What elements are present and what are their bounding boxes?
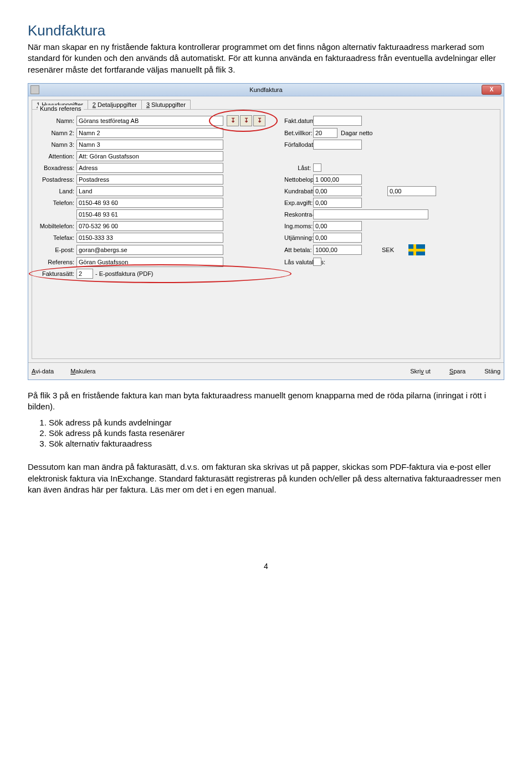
avidata-text: vi-data [35, 368, 54, 375]
nettobelopp-field[interactable]: 1 000,00 [313, 175, 362, 184]
referens-label: Referens: [37, 259, 76, 265]
blank-area [37, 279, 495, 351]
doc-intro-para: När man skapar en ny fristående faktura … [28, 42, 504, 75]
boxadress-field[interactable]: Adress [76, 163, 223, 173]
namn3-field[interactable]: Namn 3 [76, 140, 223, 150]
arrow-button-alternativ[interactable]: ↧ [253, 115, 265, 126]
expavgift-label: Exp.avgift: [284, 199, 313, 206]
betvillkor-label: Bet.villkor: [284, 130, 313, 136]
fieldset-legend: Kunds referens [38, 105, 84, 112]
nettobelopp-label: Nettobelopp: [284, 176, 313, 183]
telefon-label: Telefon: [37, 199, 76, 206]
list-item-3: Sök alternativ fakturaadress [49, 439, 504, 448]
arrow-buttons-group: ↧ ↧ ↧ [223, 115, 284, 126]
doc-para-2: På flik 3 på en fristående faktura kan m… [28, 390, 504, 413]
land-field[interactable]: Land [76, 186, 223, 196]
titlebar[interactable]: Kundfaktura X [28, 84, 504, 96]
close-button[interactable]: X [482, 85, 502, 95]
window-title: Kundfaktura [28, 86, 504, 93]
tab3-number: 3 [146, 101, 150, 108]
telefax-field[interactable]: 0150-333 33 [76, 233, 223, 243]
kundfaktura-window: Kundfaktura X 1 Huvuduppgifter 2 Detalju… [28, 83, 504, 380]
referens-field[interactable]: Göran Gustafsson [76, 257, 223, 267]
tab-slutuppgifter[interactable]: 3 Slutuppgifter [141, 100, 191, 109]
kunds-referens-fieldset: Kunds referens Namn: Görans testföretag … [32, 109, 500, 359]
namn2-label: Namn 2: [37, 130, 76, 136]
ingmoms-label: Ing.moms: [284, 223, 313, 229]
stang-button[interactable]: Stäng [484, 368, 500, 375]
telefax-label: Telefax: [37, 234, 76, 241]
expavgift-field[interactable]: 0,00 [313, 198, 362, 208]
land-label: Land: [37, 188, 76, 194]
faktdatum-field[interactable] [313, 116, 362, 126]
namn-label: Namn: [37, 117, 76, 124]
form-grid: Namn: Görans testföretag AB ↧ ↧ ↧ Fakt.d… [37, 115, 495, 279]
tab2-label: Detaljuppgifter [98, 101, 137, 108]
list-item-2: Sök adress på kunds fasta resenärer [49, 428, 504, 438]
makulera-text: akulera [75, 368, 95, 375]
tabs-row: 1 Huvuduppgifter 2 Detaljuppgifter 3 Slu… [28, 96, 504, 109]
stang-text: Stän [484, 368, 497, 375]
attention-field[interactable]: Att: Göran Gustafsson [76, 151, 223, 161]
page-number: 4 [28, 562, 504, 571]
utjamning-field[interactable]: 0,00 [313, 233, 362, 243]
faktdatum-label: Fakt.datum: [284, 117, 313, 124]
arrow-button-resenarer[interactable]: ↧ [240, 115, 252, 126]
namn-field[interactable]: Görans testföretag AB [76, 116, 223, 126]
forfallodatum-field[interactable] [313, 140, 362, 150]
tab-detaljuppgifter[interactable]: 2 Detaljuppgifter [88, 100, 142, 109]
skrivut-button[interactable]: Skriv ut [410, 368, 431, 375]
attbetala-label: Att betala: [284, 247, 313, 253]
fakturasatt-label: Fakturasätt: [37, 270, 76, 277]
postadress-label: Postadress: [37, 176, 76, 183]
mobiltelefon-field[interactable]: 070-532 96 00 [76, 221, 223, 231]
doc-numbered-list: Sök adress på kunds avdelningar Sök adre… [28, 418, 504, 448]
tab3-label: Slutuppgifter [151, 101, 186, 108]
ingmoms-field[interactable]: 0,00 [313, 221, 362, 231]
last-label: Låst: [284, 165, 313, 171]
epost-label: E-post: [37, 247, 76, 253]
attention-label: Attention: [37, 153, 76, 160]
kundrabatt-field[interactable]: 0,00 [313, 186, 362, 196]
epost-field[interactable]: goran@abergs.se [76, 245, 223, 255]
attbetala-field[interactable]: 1000,00 [313, 245, 362, 255]
kundrabatt-field-2[interactable]: 0,00 [387, 186, 436, 196]
telefon-field[interactable]: 0150-48 93 60 [76, 198, 223, 208]
fakturasatt-group: 2 - E-postfaktura (PDF) [76, 269, 223, 279]
lasvalutakurs-label: Lås valutakurs: [284, 259, 313, 265]
fakturasatt-desc: - E-postfaktura (PDF) [95, 270, 154, 277]
spara-text: para [453, 368, 466, 375]
doc-heading: Kundfaktura [28, 22, 504, 39]
doc-para-3: Dessutom kan man ändra på fakturasätt, d… [28, 461, 504, 495]
spara-button[interactable]: Spara [449, 368, 466, 375]
sweden-flag-icon [408, 244, 425, 255]
namn3-label: Namn 3: [37, 141, 76, 148]
avidata-button[interactable]: Avi-data [32, 368, 54, 375]
boxadress-label: Boxadress: [37, 165, 76, 171]
bottom-bar: Avi-data Makulera Skriv ut Spara Stäng [28, 362, 504, 380]
forfallodatum-label: Förfallodatum: [284, 141, 313, 148]
lasvalutakurs-checkbox[interactable] [313, 258, 321, 266]
namn2-field[interactable]: Namn 2 [76, 128, 223, 138]
reskontrainfo-label: Reskontra-info: [284, 211, 313, 218]
fakturasatt-code-field[interactable]: 2 [76, 269, 93, 279]
list-item-1: Sök adress på kunds avdelningar [49, 418, 504, 427]
kundrabatt-label: Kundrabatt: [284, 188, 313, 194]
betvillkor-field[interactable]: 20 [313, 128, 337, 138]
tab2-number: 2 [93, 101, 96, 108]
arrow-button-avdelningar[interactable]: ↧ [227, 115, 239, 126]
betvillkor-suffix: Dagar netto [341, 130, 372, 136]
postadress-field[interactable]: Postadress [76, 175, 223, 184]
reskontrainfo-field[interactable] [313, 209, 428, 219]
utjamning-label: Utjämning: [284, 234, 313, 241]
telefon2-field[interactable]: 0150-48 93 61 [76, 209, 223, 219]
attbetala-currency: SEK [382, 247, 394, 253]
mobiltelefon-label: Mobiltelefon: [37, 223, 76, 229]
last-checkbox[interactable] [313, 163, 321, 172]
makulera-button[interactable]: Makulera [70, 368, 95, 375]
skrivut-text: Skri [410, 368, 421, 375]
